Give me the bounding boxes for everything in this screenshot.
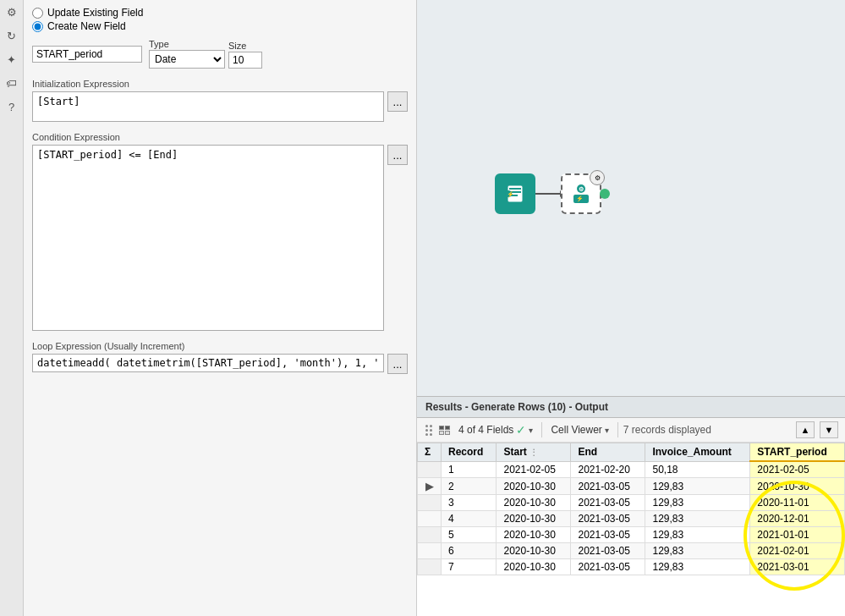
init-expr-label: Initialization Expression <box>32 79 408 89</box>
svg-text:⚙: ⚙ <box>579 186 584 192</box>
cell-end: 2021-03-05 <box>571 543 645 559</box>
row-icon-cell: ▶ <box>418 478 442 495</box>
cell-invoice-amount: 129,83 <box>645 478 750 495</box>
create-new-radio[interactable] <box>32 21 43 32</box>
node-group: ⚡ ⚙ ⚡ ⚙ <box>495 173 601 214</box>
nav-down-btn[interactable]: ▼ <box>820 421 838 438</box>
cell-start-period: 2020-10-30 <box>750 478 845 495</box>
cell-start-period: 2021-02-01 <box>750 543 845 559</box>
cell-start: 2020-10-30 <box>497 478 571 495</box>
cell-start-period: 2020-11-01 <box>750 495 845 511</box>
cell-start-period: 2020-12-01 <box>750 511 845 527</box>
create-new-radio-label[interactable]: Create New Field <box>32 20 408 32</box>
cell-start: 2020-10-30 <box>497 511 571 527</box>
fields-count: 4 of 4 Fields <box>458 424 513 436</box>
init-expr-btn[interactable]: ... <box>387 91 408 112</box>
sidebar: ⚙ ↻ ✦ 🏷 ? <box>0 0 24 616</box>
cell-end: 2021-03-05 <box>571 511 645 527</box>
results-panel: Results - Generate Rows (10) - Output 4 … <box>417 396 845 616</box>
table-row[interactable]: 62020-10-302021-03-05129,832021-02-01 <box>418 543 845 559</box>
type-size-group: Type Date Size <box>149 39 262 69</box>
refresh-icon[interactable]: ↻ <box>3 27 20 44</box>
size-label: Size <box>228 41 262 51</box>
right-panel: ⚡ ⚙ ⚡ ⚙ <box>417 0 845 616</box>
col-header-invoice[interactable]: Invoice_Amount <box>645 443 750 462</box>
condition-expr-label: Condition Expression <box>32 132 408 142</box>
cell-start-period: 2021-02-05 <box>750 461 845 478</box>
node-overlay-icon: ⚙ <box>590 170 605 185</box>
drag-handle[interactable] <box>424 423 434 437</box>
cell-record: 6 <box>442 543 497 559</box>
cell-invoice-amount: 129,83 <box>645 511 750 527</box>
update-existing-radio-label[interactable]: Update Existing Field <box>32 7 408 19</box>
settings-icon[interactable]: ⚙ <box>3 3 20 20</box>
sigma-col-header: Σ <box>418 443 442 462</box>
cell-start-period: 2021-03-01 <box>750 559 845 575</box>
help-icon[interactable]: ? <box>3 98 20 115</box>
row-icon-cell <box>418 527 442 543</box>
cell-end: 2021-02-20 <box>571 461 645 478</box>
init-expr-textarea[interactable]: [Start] <box>32 91 384 122</box>
svg-text:⚡: ⚡ <box>576 195 584 202</box>
loop-expr-btn[interactable]: ... <box>387 354 408 374</box>
dropdown-chevron: ▾ <box>529 426 533 435</box>
radio-group: Update Existing Field Create New Field <box>32 7 408 32</box>
generate-node-wrapper: ⚙ ⚡ ⚙ <box>561 173 601 214</box>
table-row[interactable]: ▶22020-10-302021-03-05129,832020-10-30 <box>418 478 845 495</box>
cell-start: 2020-10-30 <box>497 527 571 543</box>
loop-section: Loop Expression (Usually Increment) ... <box>32 341 408 374</box>
col-header-end[interactable]: End <box>571 443 645 462</box>
cell-start: 2021-02-05 <box>497 461 571 478</box>
left-panel: Update Existing Field Create New Field T… <box>24 0 417 616</box>
condition-expr-btn[interactable]: ... <box>387 145 408 165</box>
row-arrow-icon: ▶ <box>425 480 434 492</box>
field-name-input[interactable] <box>32 46 142 63</box>
update-existing-radio[interactable] <box>32 8 43 19</box>
cell-record: 2 <box>442 478 497 495</box>
table-view-icon[interactable] <box>439 426 450 435</box>
type-select[interactable]: Date <box>149 50 225 69</box>
table-row[interactable]: 52020-10-302021-03-05129,832021-01-01 <box>418 527 845 543</box>
field-name-row: Type Date Size <box>32 39 408 69</box>
table-row[interactable]: 72020-10-302021-03-05129,832021-03-01 <box>418 559 845 575</box>
cell-start: 2020-10-30 <box>497 559 571 575</box>
cell-record: 3 <box>442 495 497 511</box>
results-header: Results - Generate Rows (10) - Output <box>417 397 845 418</box>
condition-expr-row: [START_period] <= [End] ... <box>32 145 408 331</box>
row-icon-cell <box>418 495 442 511</box>
condition-expr-section: Condition Expression [START_period] <= [… <box>32 129 408 338</box>
row-icon-cell <box>418 461 442 478</box>
data-table-container[interactable]: Σ Record Start ⋮ End Invoice_Amount STAR… <box>417 443 845 616</box>
nav-up-btn[interactable]: ▲ <box>796 421 815 438</box>
condition-expr-textarea[interactable]: [START_period] <= [End] <box>32 145 384 331</box>
size-input[interactable] <box>228 52 262 69</box>
toolbar-separator-1 <box>541 422 542 437</box>
table-row[interactable]: 42020-10-302021-03-05129,832020-12-01 <box>418 511 845 527</box>
input-node[interactable]: ⚡ <box>495 173 535 214</box>
check-icon: ✓ <box>516 423 526 437</box>
cell-invoice-amount: 129,83 <box>645 543 750 559</box>
row-icon-cell <box>418 511 442 527</box>
cell-viewer-btn[interactable]: Cell Viewer ▾ <box>547 422 612 437</box>
results-title: Results - Generate Rows (10) - Output <box>425 401 608 413</box>
fields-dropdown-btn[interactable]: 4 of 4 Fields ✓ ▾ <box>455 421 536 438</box>
table-row[interactable]: 12021-02-052021-02-2050,182021-02-05 <box>418 461 845 478</box>
loop-expr-input[interactable] <box>32 354 384 372</box>
input-node-icon: ⚡ <box>503 182 527 206</box>
col-header-start[interactable]: Start ⋮ <box>497 443 571 462</box>
output-dot <box>600 189 610 199</box>
star-icon[interactable]: ✦ <box>3 51 20 68</box>
results-toolbar: 4 of 4 Fields ✓ ▾ Cell Viewer ▾ 7 record… <box>417 418 845 443</box>
connector-line-1 <box>535 193 561 195</box>
svg-text:⚡: ⚡ <box>507 190 514 198</box>
cell-end: 2021-03-05 <box>571 495 645 511</box>
col-header-start-period[interactable]: START_period <box>750 443 845 462</box>
tag-icon[interactable]: 🏷 <box>3 74 20 91</box>
table-row[interactable]: 32020-10-302021-03-05129,832020-11-01 <box>418 495 845 511</box>
cell-end: 2021-03-05 <box>571 527 645 543</box>
cell-start: 2020-10-30 <box>497 495 571 511</box>
init-expr-row: [Start] ... <box>32 91 408 122</box>
loop-expr-label: Loop Expression (Usually Increment) <box>32 341 408 351</box>
cell-record: 5 <box>442 527 497 543</box>
generate-node[interactable]: ⚙ ⚡ ⚙ <box>561 173 601 214</box>
